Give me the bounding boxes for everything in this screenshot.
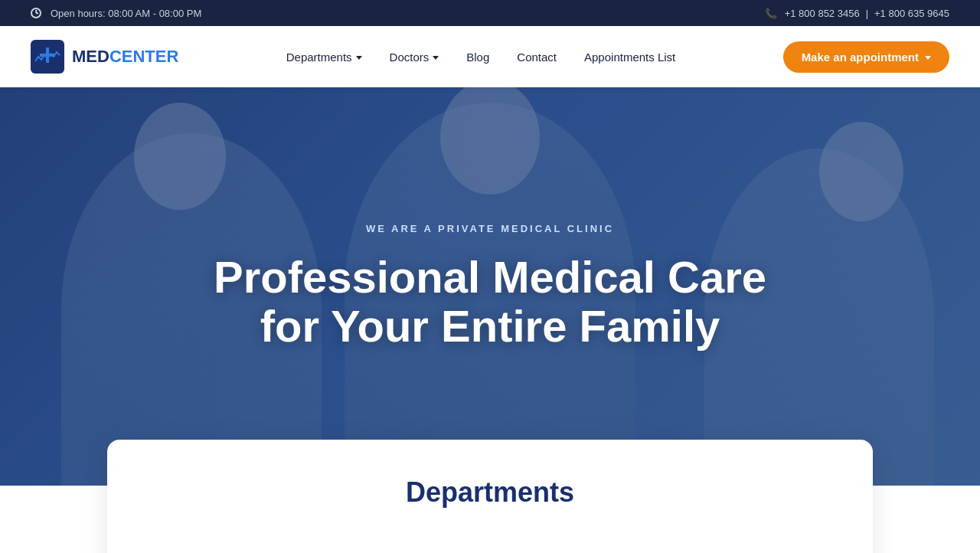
navbar: MEDCENTER Departments Doctors Blog Conta… [0,26,980,87]
hero-title: Professional Medical Care for Your Entir… [214,253,766,351]
departments-title: Departments [153,476,827,509]
nav-link-blog[interactable]: Blog [466,51,489,64]
phone-icon: 📞 [765,8,777,19]
nav-link-departments[interactable]: Departments [286,51,362,64]
hero-section: WE ARE A PRIVATE MEDICAL CLINIC Professi… [0,87,980,486]
chevron-down-icon [925,56,931,60]
phone2[interactable]: +1 800 635 9645 [874,8,949,19]
logo-med: MEDCENTER [72,47,178,66]
nav-link-doctors[interactable]: Doctors [390,51,439,64]
logo-text: MEDCENTER [72,47,178,66]
nav-item-departments[interactable]: Departments [286,51,362,64]
hero-content: WE ARE A PRIVATE MEDICAL CLINIC Professi… [183,223,797,351]
phone1[interactable]: +1 800 852 3456 [785,8,860,19]
phone-separator: | [866,8,868,19]
make-appointment-button[interactable]: Make an appointment [783,41,949,73]
top-bar-phones: 📞 +1 800 852 3456 | +1 800 635 9645 [765,8,949,19]
logo-link[interactable]: MEDCENTER [31,40,178,74]
nav-item-doctors[interactable]: Doctors [390,51,439,64]
hero-subtitle: WE ARE A PRIVATE MEDICAL CLINIC [214,223,766,234]
nav-links: Departments Doctors Blog Contact Appoint… [286,51,676,64]
nav-item-blog[interactable]: Blog [466,51,489,64]
top-bar-hours: Open hours: 08:00 AM - 08:00 PM [31,8,201,19]
nav-link-appointments-list[interactable]: Appointments List [584,51,675,64]
hours-text: Open hours: 08:00 AM - 08:00 PM [51,8,201,19]
departments-grid: Neurology Urology Surgery Proctology Tra… [153,539,827,553]
nav-item-appointments-list[interactable]: Appointments List [584,51,675,64]
top-bar: Open hours: 08:00 AM - 08:00 PM 📞 +1 800… [0,0,980,26]
clock-icon [31,8,41,18]
dept-item-urology[interactable]: Urology [377,539,602,553]
logo-icon [31,40,64,74]
dept-item-neurology[interactable]: Neurology [153,539,377,553]
nav-item-contact[interactable]: Contact [517,51,557,64]
chevron-down-icon [356,56,362,60]
dept-item-surgery[interactable]: Surgery [603,539,827,553]
chevron-down-icon [433,56,439,60]
departments-card: Departments Neurology Urology Surgery Pr… [107,440,873,553]
nav-link-contact[interactable]: Contact [517,51,557,64]
